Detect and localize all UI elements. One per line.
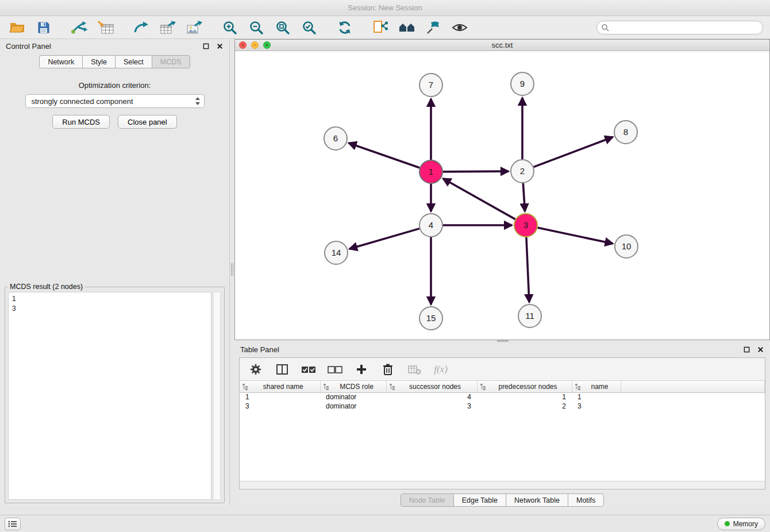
zoom-in-button[interactable]: [220, 18, 240, 37]
zoom-window-button[interactable]: +: [263, 41, 271, 49]
minimize-window-button[interactable]: −: [251, 41, 259, 49]
table-cell[interactable]: 4: [386, 392, 477, 402]
import-network-button[interactable]: [69, 18, 90, 37]
table-row[interactable]: 3dominator323: [240, 402, 765, 411]
memory-button[interactable]: Memory: [717, 518, 765, 530]
close-panel-action-button[interactable]: Close panel: [118, 115, 177, 129]
control-panel: Control Panel Network Style Select MCDS: [0, 39, 230, 506]
table-header-row: shared name MCDS role successor nodes: [240, 381, 765, 392]
unselect-all-columns-button[interactable]: [327, 361, 343, 377]
edge-3-1[interactable]: [443, 179, 515, 219]
table-cell[interactable]: dominator: [320, 392, 386, 402]
style-button[interactable]: [423, 18, 444, 37]
column-type-icon: [575, 383, 582, 390]
memory-status-icon: [725, 521, 730, 526]
select-all-columns-button[interactable]: [301, 361, 317, 377]
status-bar: Memory: [0, 515, 770, 532]
table-cell[interactable]: 1: [240, 392, 320, 402]
table-settings-button[interactable]: [248, 361, 264, 377]
houses-icon: [398, 21, 415, 34]
column-header-predecessor-nodes[interactable]: predecessor nodes: [477, 381, 572, 392]
tab-network-table[interactable]: Network Table: [506, 494, 568, 507]
edge-3-10[interactable]: [538, 228, 613, 244]
table-cell[interactable]: 3: [572, 402, 621, 411]
title-bar: Session: New Session: [0, 0, 770, 16]
gear-icon: [249, 363, 262, 376]
table-cell[interactable]: 1: [572, 392, 621, 402]
export-image-button[interactable]: [184, 18, 205, 37]
table-cell[interactable]: 1: [477, 392, 572, 402]
edge-2-8[interactable]: [534, 137, 613, 167]
session-group: [7, 18, 54, 37]
edge-4-14[interactable]: [349, 229, 419, 249]
list-icon: [8, 521, 17, 527]
zoom-out-button[interactable]: [246, 18, 267, 37]
column-type-icon: [389, 383, 396, 390]
tab-style[interactable]: Style: [82, 55, 116, 68]
tab-edge-table[interactable]: Edge Table: [453, 494, 506, 507]
apply-layout-button[interactable]: [334, 18, 355, 37]
search-input[interactable]: [596, 21, 763, 34]
tab-mcds[interactable]: MCDS: [152, 55, 190, 68]
table-cell[interactable]: 2: [477, 402, 572, 411]
show-details-button[interactable]: [449, 18, 470, 37]
float-table-panel-button[interactable]: [742, 345, 750, 353]
show-columns-button[interactable]: [274, 361, 290, 377]
node-label-8: 8: [623, 127, 628, 137]
tab-network[interactable]: Network: [39, 55, 83, 68]
table-cell[interactable]: dominator: [320, 402, 386, 411]
vertical-splitter-grip[interactable]: [231, 263, 233, 276]
task-history-button[interactable]: [5, 518, 21, 530]
float-panel-button[interactable]: [202, 42, 210, 50]
edge-1-6[interactable]: [349, 143, 420, 168]
tab-select[interactable]: Select: [115, 55, 152, 68]
node-table-container: f(x) shared name MCDS role: [239, 357, 765, 489]
network-view-window: × − + scc.txt 7968124314101511: [234, 39, 770, 340]
network-window-title: scc.txt: [235, 41, 769, 49]
table-cell[interactable]: 3: [240, 402, 320, 411]
column-header-successor-nodes[interactable]: successor nodes: [386, 381, 477, 392]
mcds-result-list[interactable]: 13: [8, 292, 211, 500]
close-window-button[interactable]: ×: [239, 41, 247, 49]
network-window-titlebar[interactable]: × − + scc.txt: [235, 40, 769, 51]
open-session-button[interactable]: [7, 18, 28, 37]
result-scrollbar[interactable]: [213, 292, 221, 500]
column-header-mcds-role[interactable]: MCDS role: [320, 381, 386, 392]
home-neighborhood-button[interactable]: [396, 18, 417, 37]
network-canvas[interactable]: 7968124314101511: [235, 51, 769, 340]
column-header-name[interactable]: name: [572, 381, 621, 392]
node-label-1: 1: [429, 167, 433, 176]
table-toolbar: f(x): [240, 358, 765, 381]
vertical-splitter[interactable]: [230, 39, 234, 515]
horizontal-splitter-grip[interactable]: [497, 340, 509, 342]
run-mcds-button[interactable]: Run MCDS: [52, 115, 110, 129]
import-table-icon: [97, 20, 114, 35]
table-cell[interactable]: 3: [386, 402, 477, 411]
close-panel-button[interactable]: [215, 42, 224, 50]
edge-2-3[interactable]: [523, 183, 525, 211]
zoom-selected-button[interactable]: [299, 18, 319, 37]
save-session-button[interactable]: [33, 18, 54, 37]
edge-3-11[interactable]: [526, 237, 529, 302]
network-overview-button[interactable]: [370, 18, 391, 37]
delete-column-button[interactable]: [380, 361, 396, 377]
column-header-filler: [621, 381, 765, 392]
mcds-result-group: MCDS result (2 nodes) 13: [5, 283, 225, 503]
optimization-criterion-select[interactable]: strongly connected component: [25, 94, 205, 108]
import-table-button[interactable]: [95, 18, 116, 37]
export-table-button[interactable]: [157, 18, 178, 37]
zoom-fit-button[interactable]: [272, 18, 293, 37]
create-column-button[interactable]: [353, 361, 369, 377]
export-network-button[interactable]: [131, 18, 152, 37]
table-horizontal-scrollbar[interactable]: [240, 481, 765, 489]
function-builder-button[interactable]: f(x): [433, 361, 449, 377]
close-table-panel-button[interactable]: [756, 345, 764, 353]
column-type-icon: [480, 383, 487, 390]
network-graph[interactable]: 7968124314101511: [235, 51, 769, 340]
table-row[interactable]: 1dominator411: [240, 392, 765, 402]
column-header-shared-name[interactable]: shared name: [240, 381, 320, 392]
delete-table-button[interactable]: [406, 361, 422, 377]
tab-node-table[interactable]: Node Table: [401, 494, 454, 507]
tab-motifs[interactable]: Motifs: [568, 494, 604, 507]
edge-1-2[interactable]: [443, 171, 509, 172]
